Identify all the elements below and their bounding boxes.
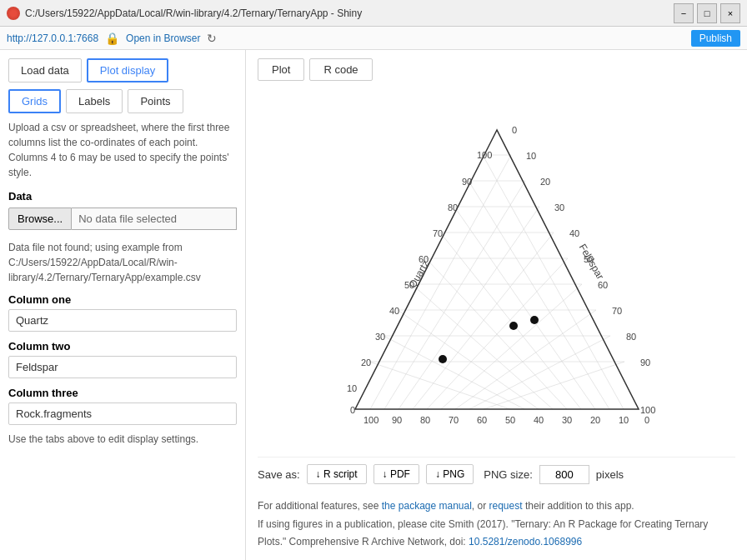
package-manual-link[interactable]: the package manual [382, 500, 472, 512]
svg-line-15 [455, 310, 596, 409]
svg-line-16 [469, 336, 610, 409]
column-two-group: Column two [8, 340, 237, 378]
minimize-button[interactable]: − [674, 3, 694, 23]
url-display[interactable]: http://127.0.0.1:7668 [7, 32, 98, 44]
file-row: Browse... No data file selected [8, 208, 237, 230]
save-as-label: Save as: [258, 468, 300, 481]
bottom-tick-20: 20 [590, 415, 600, 425]
svg-line-13 [427, 258, 568, 409]
footer-suffix: their addition to this app. [523, 500, 634, 512]
left-tick-40: 40 [389, 306, 399, 316]
data-point-1 [439, 355, 447, 363]
save-bar: Save as: ↓ R script ↓ PDF ↓ PNG PNG size… [258, 457, 735, 491]
footer-section: For additional features, see the package… [258, 498, 735, 552]
right-tick-30: 30 [554, 202, 564, 212]
right-tick-80: 80 [626, 332, 636, 342]
col1-label: Column one [8, 293, 237, 306]
top-button-group: Load data Plot display [8, 58, 237, 82]
main-content: Plot R code [246, 50, 747, 560]
col2-input[interactable] [8, 356, 237, 378]
right-tick-10: 10 [526, 151, 536, 161]
data-point-2 [509, 322, 518, 330]
data-section: Data Browse... No data file selected [8, 190, 237, 230]
second-button-group: Grids Labels Points [8, 89, 237, 113]
title-bar-left: C:/Users/15922/AppData/Local/R/win-libra… [7, 7, 362, 20]
col3-input[interactable] [8, 402, 237, 425]
right-axis-label: Feldspar [576, 242, 605, 281]
window-controls: − □ × [674, 3, 740, 23]
plot-display-button[interactable]: Plot display [87, 58, 168, 82]
ternary-plot-svg: 100 90 80 70 60 50 40 30 20 10 0 0 10 20… [313, 113, 680, 430]
doi-link[interactable]: 10.5281/zenodo.1068996 [469, 536, 582, 548]
left-tick-20: 20 [361, 358, 371, 368]
left-tick-70: 70 [433, 228, 443, 238]
tab-plot[interactable]: Plot [258, 58, 304, 81]
left-tick-10: 10 [347, 383, 357, 393]
publish-button[interactable]: Publish [691, 30, 740, 47]
right-tick-20: 20 [540, 177, 550, 187]
bottom-tick-0b: 0 [644, 415, 649, 425]
bottom-tick-70: 70 [449, 415, 459, 425]
warning-text: Data file not found; using example from … [8, 240, 237, 285]
main-layout: Load data Plot display Grids Labels Poin… [0, 50, 747, 560]
file-name-display: No data file selected [72, 208, 237, 230]
column-one-group: Column one [8, 293, 237, 332]
points-button[interactable]: Points [128, 89, 183, 113]
browse-button[interactable]: Browse... [8, 208, 72, 230]
address-bar: http://127.0.0.1:7668 🔒 Open in Browser … [0, 27, 747, 50]
labels-button[interactable]: Labels [66, 89, 123, 113]
svg-line-4 [426, 258, 567, 409]
bottom-tick-50: 50 [505, 415, 515, 425]
col2-label: Column two [8, 340, 237, 352]
open-in-browser-button[interactable]: Open in Browser [126, 32, 200, 44]
right-tick-70: 70 [612, 306, 622, 316]
footer-line2: If using figures in a publication, pleas… [258, 516, 735, 552]
bottom-tick-40: 40 [534, 415, 544, 425]
save-png-button[interactable]: ↓ PNG [426, 464, 474, 484]
column-three-group: Column three [8, 387, 237, 425]
png-size-input[interactable] [539, 465, 589, 484]
save-rscript-button[interactable]: ↓ R script [307, 464, 367, 484]
footer-mid: , or [472, 500, 489, 512]
left-tick-0: 0 [350, 405, 355, 415]
png-size-label: PNG size: [484, 468, 533, 481]
plot-area: 100 90 80 70 60 50 40 30 20 10 0 0 10 20… [258, 89, 735, 453]
window-title: C:/Users/15922/AppData/Local/R/win-libra… [25, 8, 362, 19]
refresh-icon[interactable]: ↻ [207, 32, 217, 45]
tab-rcode[interactable]: R code [309, 58, 372, 81]
save-pdf-button[interactable]: ↓ PDF [374, 464, 419, 484]
bottom-tick-80: 80 [420, 415, 430, 425]
svg-line-14 [441, 284, 582, 409]
col1-input[interactable] [8, 309, 237, 332]
right-tick-100: 100 [640, 405, 655, 415]
left-tick-80: 80 [448, 202, 458, 212]
left-tick-90: 90 [462, 177, 472, 187]
pixels-label: pixels [596, 468, 624, 481]
top-tabs: Plot R code [258, 58, 735, 81]
left-axis-label: Quartz [406, 258, 431, 290]
upload-description: Upload a csv or spreadsheet, where the f… [8, 120, 237, 180]
maximize-button[interactable]: □ [697, 3, 717, 23]
data-point-3 [530, 316, 539, 324]
sidebar: Load data Plot display Grids Labels Poin… [0, 50, 246, 560]
bottom-tick-100: 100 [363, 415, 379, 425]
right-tick-0: 0 [512, 125, 517, 135]
svg-line-3 [440, 232, 581, 409]
grids-button[interactable]: Grids [8, 89, 61, 113]
close-button[interactable]: × [720, 3, 740, 23]
svg-line-9 [370, 155, 511, 409]
right-tick-40: 40 [569, 228, 579, 238]
right-tick-60: 60 [598, 280, 608, 290]
svg-line-5 [412, 284, 553, 409]
footer-line1: For additional features, see the package… [258, 498, 735, 516]
request-link[interactable]: request [489, 500, 523, 512]
data-label: Data [8, 190, 237, 202]
hint-text: Use the tabs above to edit display setti… [8, 433, 237, 445]
bottom-tick-30: 30 [562, 415, 572, 425]
title-bar: C:/Users/15922/AppData/Local/R/win-libra… [0, 0, 747, 27]
load-data-button[interactable]: Load data [8, 58, 82, 82]
left-tick-30: 30 [375, 332, 385, 342]
col3-label: Column three [8, 387, 237, 399]
bottom-tick-10: 10 [619, 415, 629, 425]
bottom-tick-60: 60 [477, 415, 487, 425]
